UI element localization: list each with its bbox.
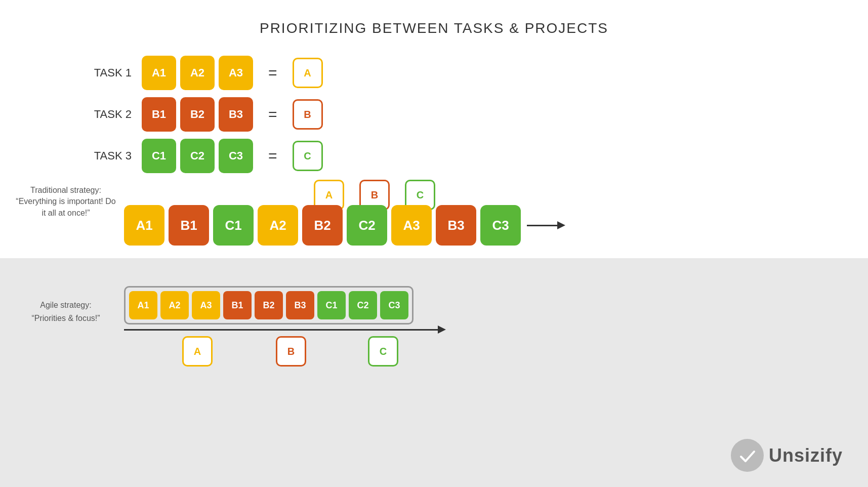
page-title: PRIORITIZING BETWEEN TASKS & PROJECTS bbox=[0, 0, 868, 36]
trad-a2: A2 bbox=[258, 205, 298, 246]
trad-a3: A3 bbox=[391, 205, 432, 246]
unsizify-logo: Unsizify bbox=[731, 439, 843, 472]
task-1-label: TASK 1 bbox=[81, 66, 142, 79]
trad-c1: C1 bbox=[213, 205, 254, 246]
agile-label-line1: Agile strategy: bbox=[40, 301, 91, 309]
agile-b2: B2 bbox=[255, 291, 283, 319]
block-c2: C2 bbox=[180, 139, 215, 173]
block-a1: A1 bbox=[142, 56, 176, 90]
task-1-blocks: A1 A2 A3 bbox=[142, 56, 253, 90]
result-a: A bbox=[293, 58, 323, 88]
traditional-label: Traditional strategy: “Everything is imp… bbox=[15, 185, 116, 219]
equals-2: = bbox=[268, 106, 277, 123]
task-2-label: TASK 2 bbox=[81, 108, 142, 121]
trad-b2: B2 bbox=[302, 205, 343, 246]
agile-c3: C3 bbox=[380, 291, 408, 319]
trad-label-line1: Traditional strategy: bbox=[30, 186, 101, 194]
trad-bottom-row: A1 B1 C1 A2 B2 C2 A3 B3 C3 bbox=[124, 205, 565, 246]
block-c1: C1 bbox=[142, 139, 176, 173]
agile-result-b: B bbox=[276, 336, 306, 367]
equals-3: = bbox=[268, 147, 277, 165]
task-3-label: TASK 3 bbox=[81, 149, 142, 163]
block-a3: A3 bbox=[219, 56, 253, 90]
agile-a2: A2 bbox=[160, 291, 189, 319]
trad-a1: A1 bbox=[124, 205, 164, 246]
agile-c2: C2 bbox=[349, 291, 377, 319]
task-2-blocks: B1 B2 B3 bbox=[142, 97, 253, 132]
agile-label: Agile strategy: “Priorities & focus!” bbox=[15, 299, 116, 324]
unsizify-icon bbox=[731, 439, 764, 472]
block-b1: B1 bbox=[142, 97, 176, 132]
agile-result-c: C bbox=[368, 336, 398, 367]
task-row-1: TASK 1 A1 A2 A3 = A bbox=[81, 56, 323, 90]
task-row-3: TASK 3 C1 C2 C3 = C bbox=[81, 139, 323, 173]
trad-arrow bbox=[527, 221, 565, 229]
agile-arrow bbox=[124, 326, 446, 334]
agile-a1: A1 bbox=[129, 291, 157, 319]
agile-blocks-container: A1 A2 A3 B1 B2 B3 C1 C2 C3 A B C bbox=[124, 286, 446, 374]
block-b2: B2 bbox=[180, 97, 215, 132]
trad-b1: B1 bbox=[169, 205, 209, 246]
trad-arrow-line bbox=[527, 225, 557, 226]
equals-1: = bbox=[268, 64, 277, 82]
task-row-2: TASK 2 B1 B2 B3 = B bbox=[81, 97, 323, 132]
trad-b3: B3 bbox=[436, 205, 476, 246]
trad-c2: C2 bbox=[347, 205, 387, 246]
agile-results: A B C bbox=[124, 336, 446, 374]
traditional-area: Traditional strategy: “Everything is imp… bbox=[0, 180, 868, 258]
top-section: PRIORITIZING BETWEEN TASKS & PROJECTS TA… bbox=[0, 0, 868, 258]
agile-result-a: A bbox=[182, 336, 213, 367]
agile-arrow-head bbox=[438, 326, 446, 334]
agile-c1: C1 bbox=[317, 291, 346, 319]
task-rows: TASK 1 A1 A2 A3 = A TASK 2 B1 B2 B3 = B … bbox=[81, 56, 323, 180]
agile-label-line2: “Priorities & focus!” bbox=[31, 314, 100, 322]
agile-b3: B3 bbox=[286, 291, 314, 319]
block-b3: B3 bbox=[219, 97, 253, 132]
result-b: B bbox=[293, 99, 323, 130]
trad-arrow-head bbox=[557, 221, 565, 229]
trad-c3: C3 bbox=[480, 205, 521, 246]
result-c: C bbox=[293, 141, 323, 171]
unsizify-text: Unsizify bbox=[769, 445, 843, 466]
bottom-section: Agile strategy: “Priorities & focus!” A1… bbox=[0, 258, 868, 487]
block-c3: C3 bbox=[219, 139, 253, 173]
trad-label-line2: “Everything is important! Do it all at o… bbox=[16, 197, 115, 217]
task-3-blocks: C1 C2 C3 bbox=[142, 139, 253, 173]
agile-top-row: A1 A2 A3 B1 B2 B3 C1 C2 C3 bbox=[124, 286, 414, 324]
agile-b1: B1 bbox=[223, 291, 252, 319]
agile-arrow-line bbox=[124, 329, 438, 331]
checkmark-icon bbox=[737, 445, 757, 466]
agile-a3: A3 bbox=[192, 291, 220, 319]
block-a2: A2 bbox=[180, 56, 215, 90]
